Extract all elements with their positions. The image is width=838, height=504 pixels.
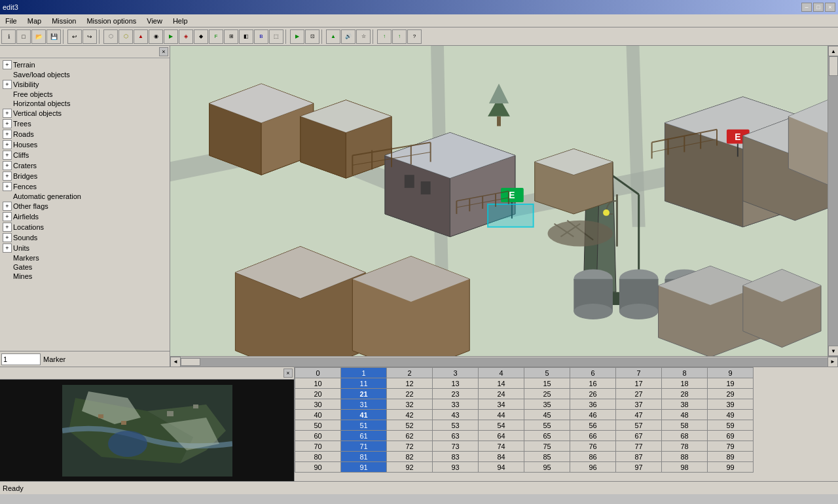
tb-tool14[interactable]: ⊡: [305, 29, 319, 44]
grid-cell[interactable]: 32: [387, 399, 433, 410]
grid-col-5[interactable]: 5: [524, 368, 570, 378]
tb-tool8[interactable]: F: [209, 29, 223, 44]
tb-tool3[interactable]: ▲: [134, 29, 148, 44]
minimap-close-button[interactable]: ×: [283, 369, 293, 378]
grid-cell[interactable]: 50: [295, 420, 341, 431]
grid-cell[interactable]: 97: [616, 462, 662, 473]
tb-undo[interactable]: ↩: [67, 29, 82, 44]
tree-item-fences[interactable]: + Fences: [0, 181, 170, 192]
tb-tool11[interactable]: B: [254, 29, 268, 44]
tree-item-roads[interactable]: + Roads: [0, 129, 170, 139]
grid-cell[interactable]: 83: [433, 452, 479, 462]
grid-cell[interactable]: 40: [295, 410, 341, 420]
grid-cell[interactable]: 37: [616, 399, 662, 410]
grid-cell[interactable]: 90: [295, 462, 341, 473]
grid-cell[interactable]: 62: [387, 431, 433, 441]
grid-cell[interactable]: 78: [662, 441, 708, 452]
grid-col-8[interactable]: 8: [662, 368, 708, 378]
tb-tool9[interactable]: ⊞: [224, 29, 238, 44]
grid-cell[interactable]: 42: [387, 410, 433, 420]
tree-expand-sounds[interactable]: +: [3, 233, 12, 242]
scroll-right-arrow[interactable]: ►: [828, 357, 838, 367]
grid-cell[interactable]: 30: [295, 399, 341, 410]
tree-expand-trees[interactable]: +: [3, 119, 12, 128]
grid-cell[interactable]: 81: [341, 452, 387, 462]
grid-col-0[interactable]: 0: [295, 368, 341, 378]
menu-map[interactable]: Map: [22, 16, 46, 26]
grid-col-2[interactable]: 2: [387, 368, 433, 378]
map-area[interactable]: E E: [170, 46, 828, 356]
grid-cell[interactable]: 25: [524, 389, 570, 399]
panel-close-button[interactable]: ×: [159, 47, 168, 56]
tb-open[interactable]: 📂: [31, 29, 46, 44]
grid-cell[interactable]: 49: [708, 410, 754, 420]
grid-cell[interactable]: 70: [295, 441, 341, 452]
grid-cell[interactable]: 12: [387, 378, 433, 389]
scroll-up-arrow[interactable]: ▲: [828, 46, 838, 56]
grid-col-4[interactable]: 4: [479, 368, 524, 378]
grid-cell[interactable]: 58: [662, 420, 708, 431]
tb-tool17[interactable]: ☆: [356, 29, 371, 44]
grid-cell[interactable]: 66: [570, 431, 616, 441]
menu-mission[interactable]: Mission: [46, 16, 81, 26]
grid-cell[interactable]: 48: [662, 410, 708, 420]
grid-cell[interactable]: 75: [524, 441, 570, 452]
tree-item-mines[interactable]: Mines: [0, 272, 170, 281]
grid-cell[interactable]: 94: [479, 462, 524, 473]
tree-item-bridges[interactable]: + Bridges: [0, 171, 170, 181]
tree-expand-cliffs[interactable]: +: [3, 151, 12, 160]
grid-col-6[interactable]: 6: [570, 368, 616, 378]
tree-expand-houses[interactable]: +: [3, 140, 12, 149]
grid-cell[interactable]: 73: [433, 441, 479, 452]
tb-tool16[interactable]: 🔊: [341, 29, 355, 44]
tree-item-visibility[interactable]: + Visibility: [0, 79, 170, 90]
tb-tool15[interactable]: ▲: [326, 29, 340, 44]
grid-cell[interactable]: 26: [570, 389, 616, 399]
tree-item-craters[interactable]: + Craters: [0, 160, 170, 171]
tree-item-markers[interactable]: Markers: [0, 253, 170, 262]
scroll-track-vertical[interactable]: [828, 56, 838, 346]
grid-cell[interactable]: 79: [708, 441, 754, 452]
tb-tool12[interactable]: ⬚: [269, 29, 283, 44]
tree-expand-roads[interactable]: +: [3, 130, 12, 139]
tree-expand-units[interactable]: +: [3, 243, 12, 253]
grid-cell[interactable]: 18: [662, 378, 708, 389]
grid-col-3[interactable]: 3: [433, 368, 479, 378]
grid-col-1[interactable]: 1: [341, 368, 387, 378]
tb-tool20[interactable]: ?: [407, 29, 422, 44]
tree-expand-bridges[interactable]: +: [3, 171, 12, 181]
tree-item-trees[interactable]: + Trees: [0, 118, 170, 129]
grid-cell[interactable]: 65: [524, 431, 570, 441]
grid-cell[interactable]: 67: [616, 431, 662, 441]
grid-cell[interactable]: 57: [616, 420, 662, 431]
grid-cell[interactable]: 92: [387, 462, 433, 473]
grid-cell[interactable]: 43: [433, 410, 479, 420]
tb-tool18[interactable]: ↑: [377, 29, 392, 44]
grid-cell[interactable]: 15: [524, 378, 570, 389]
grid-cell[interactable]: 16: [570, 378, 616, 389]
tree-item-saveload[interactable]: Save/load objects: [0, 70, 170, 79]
grid-cell[interactable]: 38: [662, 399, 708, 410]
tree-item-gates[interactable]: Gates: [0, 262, 170, 272]
grid-cell[interactable]: 19: [708, 378, 754, 389]
grid-section[interactable]: 0 1 2 3 4 5 6 7 8 9 10111213141516171819…: [295, 367, 838, 481]
grid-cell[interactable]: 21: [341, 389, 387, 399]
grid-cell[interactable]: 56: [570, 420, 616, 431]
scroll-thumb-vertical[interactable]: [829, 56, 838, 76]
grid-cell[interactable]: 86: [570, 452, 616, 462]
grid-cell[interactable]: 13: [433, 378, 479, 389]
tb-save[interactable]: 💾: [46, 29, 61, 44]
grid-cell[interactable]: 41: [341, 410, 387, 420]
minimize-button[interactable]: –: [801, 3, 812, 12]
selector-input[interactable]: [1, 353, 41, 365]
grid-cell[interactable]: 89: [708, 452, 754, 462]
grid-cell[interactable]: 98: [662, 462, 708, 473]
scroll-thumb-horizontal[interactable]: [181, 358, 200, 366]
tree-expand-airfields[interactable]: +: [3, 212, 12, 221]
grid-cell[interactable]: 46: [570, 410, 616, 420]
grid-cell[interactable]: 71: [341, 441, 387, 452]
tb-redo[interactable]: ↪: [82, 29, 97, 44]
grid-cell[interactable]: 95: [524, 462, 570, 473]
grid-cell[interactable]: 53: [433, 420, 479, 431]
tb-tool1[interactable]: ⬡: [103, 29, 118, 44]
